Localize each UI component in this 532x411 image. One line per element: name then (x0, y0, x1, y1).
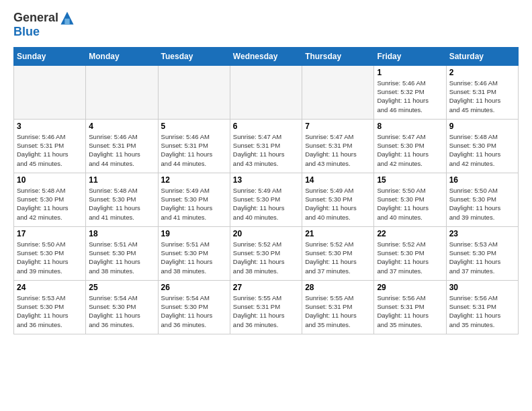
calendar-page: General Blue SundayMondayTuesdayWednesda… (0, 0, 532, 345)
day-number: 12 (161, 175, 227, 185)
day-info: Sunrise: 5:48 AM Sunset: 5:30 PM Dayligh… (449, 132, 515, 168)
header: General Blue (13, 11, 519, 39)
calendar-cell: 1Sunrise: 5:46 AM Sunset: 5:32 PM Daylig… (374, 65, 446, 119)
calendar-cell: 4Sunrise: 5:46 AM Sunset: 5:31 PM Daylig… (86, 119, 158, 173)
day-number: 10 (17, 175, 83, 185)
calendar-week-row: 1Sunrise: 5:46 AM Sunset: 5:32 PM Daylig… (14, 65, 519, 119)
calendar-cell (302, 65, 374, 119)
calendar-cell: 2Sunrise: 5:46 AM Sunset: 5:31 PM Daylig… (446, 65, 518, 119)
day-number: 4 (89, 122, 154, 131)
calendar-cell: 20Sunrise: 5:52 AM Sunset: 5:30 PM Dayli… (230, 226, 302, 280)
day-number: 26 (161, 283, 227, 292)
day-info: Sunrise: 5:46 AM Sunset: 5:32 PM Dayligh… (377, 79, 443, 114)
weekday-header: Thursday (302, 47, 374, 65)
calendar-cell: 22Sunrise: 5:52 AM Sunset: 5:30 PM Dayli… (374, 226, 446, 280)
day-number: 22 (377, 229, 443, 238)
day-number: 7 (305, 122, 371, 131)
day-info: Sunrise: 5:52 AM Sunset: 5:30 PM Dayligh… (305, 240, 371, 275)
calendar-cell: 29Sunrise: 5:56 AM Sunset: 5:31 PM Dayli… (374, 280, 446, 334)
day-info: Sunrise: 5:50 AM Sunset: 5:30 PM Dayligh… (17, 240, 83, 275)
calendar-cell: 10Sunrise: 5:48 AM Sunset: 5:30 PM Dayli… (14, 173, 86, 226)
calendar-cell: 21Sunrise: 5:52 AM Sunset: 5:30 PM Dayli… (302, 226, 374, 280)
day-number: 29 (377, 283, 443, 292)
weekday-header: Sunday (14, 47, 86, 65)
weekday-header: Wednesday (230, 47, 302, 65)
day-number: 1 (377, 68, 443, 77)
weekday-header: Monday (86, 47, 158, 65)
logo-general-text: General (13, 11, 75, 26)
day-number: 16 (449, 175, 515, 185)
weekday-header: Tuesday (158, 47, 230, 65)
calendar-cell: 5Sunrise: 5:46 AM Sunset: 5:31 PM Daylig… (158, 119, 230, 173)
day-number: 13 (233, 175, 299, 185)
calendar-cell: 7Sunrise: 5:47 AM Sunset: 5:31 PM Daylig… (302, 119, 374, 173)
day-number: 6 (233, 122, 299, 131)
day-number: 21 (305, 229, 371, 238)
day-number: 2 (449, 68, 515, 77)
day-info: Sunrise: 5:51 AM Sunset: 5:30 PM Dayligh… (161, 240, 227, 275)
day-number: 19 (161, 229, 227, 238)
day-number: 3 (17, 122, 83, 131)
calendar-cell (230, 65, 302, 119)
calendar-cell: 13Sunrise: 5:49 AM Sunset: 5:30 PM Dayli… (230, 173, 302, 226)
day-info: Sunrise: 5:46 AM Sunset: 5:31 PM Dayligh… (89, 132, 154, 168)
calendar-cell: 19Sunrise: 5:51 AM Sunset: 5:30 PM Dayli… (158, 226, 230, 280)
day-info: Sunrise: 5:56 AM Sunset: 5:31 PM Dayligh… (377, 293, 443, 329)
calendar-cell: 16Sunrise: 5:50 AM Sunset: 5:30 PM Dayli… (446, 173, 518, 226)
day-number: 23 (449, 229, 515, 238)
day-info: Sunrise: 5:54 AM Sunset: 5:30 PM Dayligh… (89, 293, 154, 329)
svg-rect-1 (64, 19, 69, 25)
day-info: Sunrise: 5:48 AM Sunset: 5:30 PM Dayligh… (89, 186, 154, 222)
weekday-row: SundayMondayTuesdayWednesdayThursdayFrid… (14, 47, 519, 65)
day-info: Sunrise: 5:46 AM Sunset: 5:31 PM Dayligh… (17, 132, 83, 168)
day-info: Sunrise: 5:46 AM Sunset: 5:31 PM Dayligh… (161, 132, 227, 168)
day-info: Sunrise: 5:49 AM Sunset: 5:30 PM Dayligh… (161, 186, 227, 222)
day-info: Sunrise: 5:56 AM Sunset: 5:31 PM Dayligh… (449, 293, 515, 329)
day-number: 18 (89, 229, 154, 238)
calendar-week-row: 10Sunrise: 5:48 AM Sunset: 5:30 PM Dayli… (14, 173, 519, 226)
day-number: 14 (305, 175, 371, 185)
day-info: Sunrise: 5:54 AM Sunset: 5:30 PM Dayligh… (161, 293, 227, 329)
day-info: Sunrise: 5:53 AM Sunset: 5:30 PM Dayligh… (17, 293, 83, 329)
day-info: Sunrise: 5:47 AM Sunset: 5:31 PM Dayligh… (305, 132, 371, 168)
logo: General Blue (13, 11, 75, 39)
calendar-cell: 26Sunrise: 5:54 AM Sunset: 5:30 PM Dayli… (158, 280, 230, 334)
calendar-cell: 12Sunrise: 5:49 AM Sunset: 5:30 PM Dayli… (158, 173, 230, 226)
day-info: Sunrise: 5:46 AM Sunset: 5:31 PM Dayligh… (449, 79, 515, 114)
calendar-cell: 18Sunrise: 5:51 AM Sunset: 5:30 PM Dayli… (86, 226, 158, 280)
calendar-cell: 30Sunrise: 5:56 AM Sunset: 5:31 PM Dayli… (446, 280, 518, 334)
calendar-cell: 3Sunrise: 5:46 AM Sunset: 5:31 PM Daylig… (14, 119, 86, 173)
day-info: Sunrise: 5:47 AM Sunset: 5:30 PM Dayligh… (377, 132, 443, 168)
day-number: 11 (89, 175, 154, 185)
calendar-cell: 28Sunrise: 5:55 AM Sunset: 5:31 PM Dayli… (302, 280, 374, 334)
day-number: 27 (233, 283, 299, 292)
calendar-cell (86, 65, 158, 119)
calendar-cell: 27Sunrise: 5:55 AM Sunset: 5:31 PM Dayli… (230, 280, 302, 334)
day-info: Sunrise: 5:50 AM Sunset: 5:30 PM Dayligh… (449, 186, 515, 222)
day-number: 15 (377, 175, 443, 185)
calendar-cell: 23Sunrise: 5:53 AM Sunset: 5:30 PM Dayli… (446, 226, 518, 280)
logo-wrapper: General Blue (13, 11, 75, 39)
day-info: Sunrise: 5:49 AM Sunset: 5:30 PM Dayligh… (305, 186, 371, 222)
day-number: 30 (449, 283, 515, 292)
weekday-header: Saturday (446, 47, 518, 65)
day-info: Sunrise: 5:52 AM Sunset: 5:30 PM Dayligh… (377, 240, 443, 275)
day-info: Sunrise: 5:47 AM Sunset: 5:31 PM Dayligh… (233, 132, 299, 168)
calendar-cell: 8Sunrise: 5:47 AM Sunset: 5:30 PM Daylig… (374, 119, 446, 173)
calendar-body: 1Sunrise: 5:46 AM Sunset: 5:32 PM Daylig… (14, 65, 519, 334)
day-number: 17 (17, 229, 83, 238)
calendar-cell: 9Sunrise: 5:48 AM Sunset: 5:30 PM Daylig… (446, 119, 518, 173)
calendar-cell (14, 65, 86, 119)
day-number: 20 (233, 229, 299, 238)
calendar-cell: 15Sunrise: 5:50 AM Sunset: 5:30 PM Dayli… (374, 173, 446, 226)
day-info: Sunrise: 5:48 AM Sunset: 5:30 PM Dayligh… (17, 186, 83, 222)
logo-triangle-icon (60, 11, 75, 26)
calendar-week-row: 24Sunrise: 5:53 AM Sunset: 5:30 PM Dayli… (14, 280, 519, 334)
day-number: 5 (161, 122, 227, 131)
day-number: 28 (305, 283, 371, 292)
calendar-cell: 24Sunrise: 5:53 AM Sunset: 5:30 PM Dayli… (14, 280, 86, 334)
calendar-cell: 14Sunrise: 5:49 AM Sunset: 5:30 PM Dayli… (302, 173, 374, 226)
day-number: 25 (89, 283, 154, 292)
calendar-cell: 25Sunrise: 5:54 AM Sunset: 5:30 PM Dayli… (86, 280, 158, 334)
calendar-cell: 11Sunrise: 5:48 AM Sunset: 5:30 PM Dayli… (86, 173, 158, 226)
